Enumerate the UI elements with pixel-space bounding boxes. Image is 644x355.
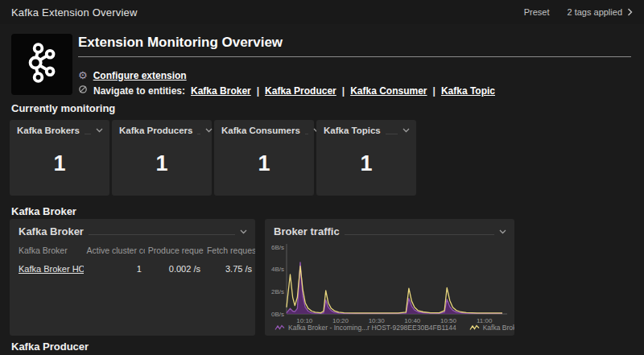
chevron-down-icon[interactable] xyxy=(402,128,410,133)
section-kafka-broker: Kafka Broker xyxy=(11,205,76,217)
tile-count-value: 1 xyxy=(316,151,416,176)
chevron-down-icon[interactable] xyxy=(96,128,103,133)
fetch-rate-value: 3.75 /s xyxy=(204,259,255,279)
navigate-entities-label: Navigate to entities: xyxy=(93,85,185,97)
chart-legend: Kafka Broker - Incoming...r HOST-9298EE3… xyxy=(275,324,514,332)
page-title: Extension Monitoring Overview xyxy=(78,35,283,51)
top-bar: Kafka Extension Overview Preset 2 tags a… xyxy=(0,0,644,24)
tile-title-underline xyxy=(386,134,398,134)
chevron-down-icon[interactable] xyxy=(499,229,506,234)
tile-title: Kafka Broker xyxy=(19,225,84,237)
tile-title: Kafka Brokers xyxy=(17,126,80,135)
tile-title-underline xyxy=(305,134,308,134)
configure-extension-row: ⚙ Configure extension xyxy=(78,70,187,81)
separator: | xyxy=(257,85,259,97)
tile-title: Kafka Topics xyxy=(324,126,381,135)
gear-icon: ⚙ xyxy=(78,71,88,80)
tile-count-value: 1 xyxy=(112,151,212,176)
preset-label[interactable]: Preset xyxy=(524,7,550,17)
broker-traffic-tile: Broker traffic 0B/s2B/s4B/s6B/s10:1010:2… xyxy=(265,219,514,336)
tile-kafka-consumers: Kafka Consumers 1 xyxy=(214,120,314,196)
entity-link-kafka-producer[interactable]: Kafka Producer xyxy=(265,85,336,97)
attachment-icon xyxy=(78,85,88,97)
chevron-down-icon[interactable] xyxy=(240,229,247,234)
broker-entity-link[interactable]: Kafka Broker HO... xyxy=(19,264,84,274)
kafka-broker-table-tile: Kafka Broker Kafka Broker Active cluster… xyxy=(10,219,255,336)
section-kafka-producer: Kafka Producer xyxy=(11,341,89,353)
tile-title-underline xyxy=(345,234,494,235)
tile-title-underline xyxy=(85,134,91,134)
tile-title-underline xyxy=(89,234,235,235)
tile-title: Kafka Producers xyxy=(119,126,192,135)
tile-title-underline xyxy=(197,134,200,134)
svg-text:2B/s: 2B/s xyxy=(271,288,284,295)
column-header-fetch-request-rate[interactable]: Fetch request rate xyxy=(204,242,255,259)
broker-traffic-chart[interactable]: 0B/s2B/s4B/s6B/s10:1010:2010:3010:4010:5… xyxy=(265,239,510,326)
title-divider xyxy=(78,56,631,57)
dashboard-title: Kafka Extension Overview xyxy=(11,6,138,19)
section-currently-monitoring: Currently monitoring xyxy=(11,102,115,114)
column-header-produce-request-rate[interactable]: Produce request r... xyxy=(145,242,204,259)
navigate-entities-row: Navigate to entities: Kafka Broker | Kaf… xyxy=(78,85,495,97)
tile-count-value: 1 xyxy=(214,151,314,176)
entity-link-kafka-consumer[interactable]: Kafka Consumer xyxy=(350,85,427,97)
svg-text:6B/s: 6B/s xyxy=(271,244,284,251)
kafka-logo-tile xyxy=(11,34,72,95)
active-connections-value: 1 xyxy=(84,259,145,279)
legend-item[interactable]: Kafka Broker - Incoming...r HOST-9298EE3… xyxy=(275,324,456,332)
separator: | xyxy=(342,85,345,97)
entity-link-kafka-topic[interactable]: Kafka Topic xyxy=(441,85,495,97)
series-squiggle-icon xyxy=(275,324,285,331)
entity-link-kafka-broker[interactable]: Kafka Broker xyxy=(191,85,251,97)
svg-text:4B/s: 4B/s xyxy=(271,266,284,273)
configure-extension-link[interactable]: Configure extension xyxy=(93,70,187,81)
tile-kafka-topics: Kafka Topics 1 xyxy=(316,120,416,196)
svg-text:0B/s: 0B/s xyxy=(271,311,284,318)
broker-table: Kafka Broker Active cluster con... Produ… xyxy=(10,242,255,279)
column-header-kafka-broker[interactable]: Kafka Broker xyxy=(10,242,84,259)
legend-item[interactable]: Kafka Broker - Outgoing...r HOST-9298EE3… xyxy=(469,324,514,332)
monitoring-tiles-row: Kafka Brokers 1 Kafka Producers 1 Kafka … xyxy=(10,120,416,196)
tile-kafka-brokers: Kafka Brokers 1 xyxy=(10,120,109,196)
column-header-active-cluster-connections[interactable]: Active cluster con... xyxy=(84,242,145,259)
kafka-logo-icon xyxy=(20,41,64,88)
produce-rate-value: 0.002 /s xyxy=(145,259,204,279)
tags-applied-label: 2 tags applied xyxy=(568,7,623,17)
chevron-down-icon[interactable] xyxy=(205,128,213,133)
series-squiggle-icon xyxy=(469,324,480,331)
tile-title: Broker traffic xyxy=(274,225,340,237)
tile-title: Kafka Consumers xyxy=(221,126,300,135)
separator: | xyxy=(433,85,436,97)
tags-applied-button[interactable]: 2 tags applied xyxy=(568,7,634,17)
tile-count-value: 1 xyxy=(10,151,109,176)
table-row: Kafka Broker HO... 1 0.002 /s 3.75 /s xyxy=(10,259,255,279)
tile-kafka-producers: Kafka Producers 1 xyxy=(112,120,212,196)
chevron-right-icon xyxy=(627,8,633,16)
